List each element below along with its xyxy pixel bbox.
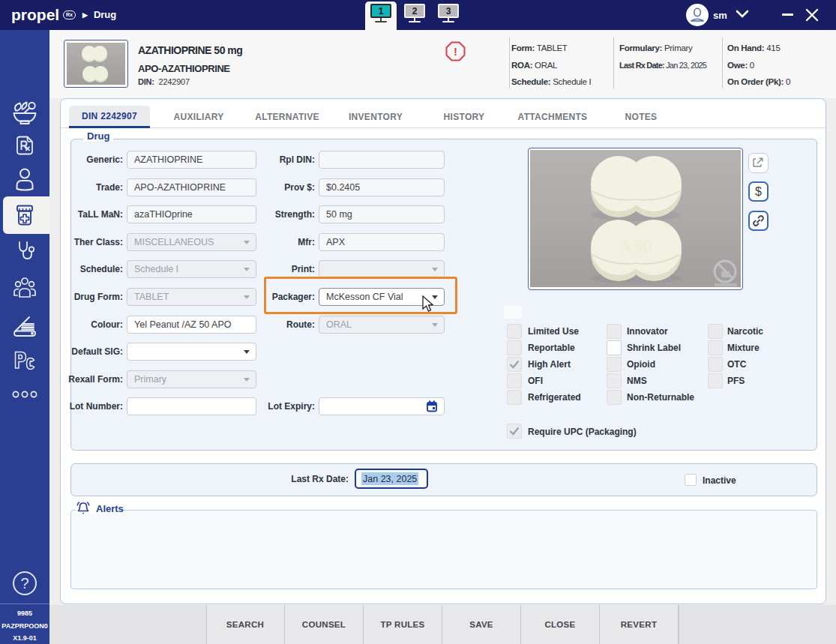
svg-text:?: ? <box>20 575 28 592</box>
svg-text:!: ! <box>454 45 457 58</box>
svg-text:A50: A50 <box>619 236 652 256</box>
